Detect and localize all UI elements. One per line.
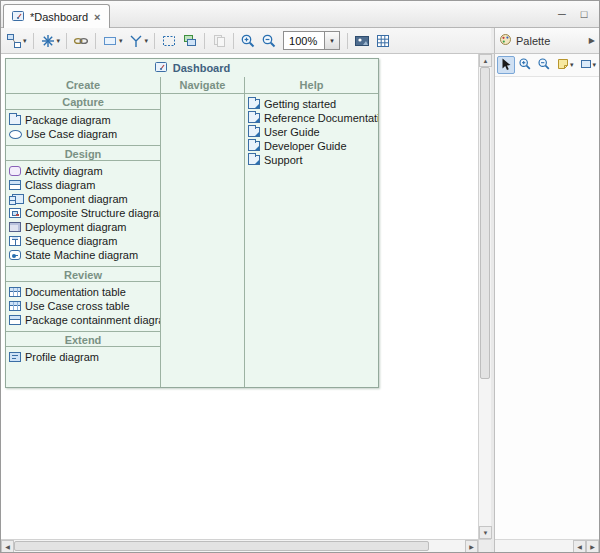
class-diagram-icon (9, 180, 21, 190)
content-area: Dashboard Create Capture Pac (1, 54, 599, 552)
use-case-diagram-icon (9, 130, 22, 139)
layers-button[interactable] (180, 30, 200, 52)
create-item-component-diagram[interactable]: Component diagram (6, 192, 160, 206)
toolbar-separator (33, 33, 34, 49)
scroll-left-icon[interactable]: ◀ (573, 540, 586, 553)
zoom-combo-arrow-icon[interactable]: ▾ (324, 32, 339, 49)
item-label: Documentation table (25, 286, 126, 298)
palette-zoom-in-tool[interactable] (516, 56, 534, 74)
palette-scrollbar[interactable]: ◀ ▶ (495, 539, 599, 552)
help-link-icon (248, 141, 260, 151)
shape-tool-icon (579, 57, 593, 73)
column-header-create: Create (6, 77, 160, 94)
zoom-in-icon (240, 33, 256, 49)
help-item-reference-documentation[interactable]: Reference Documentation (245, 111, 378, 125)
export-image-button[interactable] (352, 30, 372, 52)
connector-button[interactable]: ▾ (126, 30, 151, 52)
scroll-left-icon[interactable]: ◀ (1, 540, 14, 553)
layers-icon (182, 33, 198, 49)
top-bar: ▾ ▾ ▾ ▾ (1, 28, 599, 54)
palette-expand-icon[interactable]: ▶ (589, 36, 595, 45)
section-header-design: Design (6, 145, 160, 161)
create-item-package-containment-diagram[interactable]: Package containment diagram (6, 313, 160, 327)
chevron-down-icon[interactable]: ▾ (570, 61, 574, 69)
documentation-table-icon (9, 287, 21, 297)
copy-button (209, 30, 229, 52)
create-item-deployment-diagram[interactable]: Deployment diagram (6, 220, 160, 234)
select-tool[interactable] (497, 56, 515, 74)
scroll-right-icon[interactable]: ▶ (465, 540, 478, 553)
item-label: Reference Documentation (264, 112, 378, 124)
editor-area: Dashboard Create Capture Pac (1, 54, 491, 552)
create-item-profile-diagram[interactable]: Profile diagram (6, 350, 160, 364)
zoom-out-button[interactable] (259, 30, 279, 52)
chevron-down-icon[interactable]: ▾ (57, 37, 61, 45)
item-label: Profile diagram (25, 351, 99, 363)
create-item-use-case-cross-table[interactable]: Use Case cross table (6, 299, 160, 313)
chevron-down-icon[interactable]: ▾ (593, 61, 597, 69)
link-button[interactable] (71, 30, 91, 52)
help-item-getting-started[interactable]: Getting started (245, 97, 378, 111)
use-case-cross-table-icon (9, 301, 21, 311)
scroll-right-icon[interactable]: ▶ (586, 540, 599, 553)
create-item-class-diagram[interactable]: Class diagram (6, 178, 160, 192)
link-icon (73, 33, 89, 49)
scroll-down-icon[interactable]: ▼ (479, 526, 492, 539)
toolbar-separator (95, 33, 96, 49)
minimize-icon[interactable]: ─ (555, 7, 569, 20)
chevron-down-icon[interactable]: ▾ (145, 37, 149, 45)
shape-tool[interactable]: ▾ (577, 56, 599, 74)
new-diagram-button[interactable]: ▾ (4, 30, 29, 52)
profile-diagram-icon (9, 352, 21, 362)
chevron-down-icon[interactable]: ▾ (119, 37, 123, 45)
horizontal-scroll-track[interactable] (14, 540, 465, 552)
grid-button[interactable] (373, 30, 393, 52)
create-item-sequence-diagram[interactable]: Sequence diagram (6, 234, 160, 248)
zoom-out-icon (537, 57, 551, 73)
tab-title: *Dashboard (30, 11, 88, 23)
vertical-scroll-thumb[interactable] (480, 67, 490, 379)
help-item-support[interactable]: Support (245, 153, 378, 167)
new-diagram-icon (6, 33, 22, 49)
create-element-button[interactable]: ▾ (38, 30, 63, 52)
item-label: State Machine diagram (25, 249, 138, 261)
maximize-icon[interactable]: □ (577, 7, 591, 20)
create-item-use-case-diagram[interactable]: Use Case diagram (6, 127, 160, 141)
create-item-package-diagram[interactable]: Package diagram (6, 113, 160, 127)
help-item-developer-guide[interactable]: Developer Guide (245, 139, 378, 153)
horizontal-scroll-thumb[interactable] (14, 541, 429, 551)
create-item-composite-structure-diagram[interactable]: Composite Structure diagram (6, 206, 160, 220)
item-label: Use Case diagram (26, 128, 117, 140)
palette-body[interactable] (495, 77, 599, 539)
help-item-user-guide[interactable]: User Guide (245, 125, 378, 139)
zoom-level-value[interactable]: 100% (284, 35, 324, 47)
toolbar-separator (347, 33, 348, 49)
scroll-up-icon[interactable]: ▲ (479, 54, 492, 67)
palette-zoom-out-tool[interactable] (535, 56, 553, 74)
note-tool[interactable]: ▾ (554, 56, 576, 74)
create-item-documentation-table[interactable]: Documentation table (6, 285, 160, 299)
tab-dashboard[interactable]: *Dashboard × (3, 4, 110, 28)
marquee-icon (161, 33, 177, 49)
horizontal-scrollbar[interactable]: ◀ ▶ (1, 539, 478, 552)
diagram-canvas[interactable]: Dashboard Create Capture Pac (1, 54, 478, 539)
grid-icon (375, 33, 391, 49)
help-link-icon (248, 99, 260, 109)
vertical-scroll-track[interactable] (479, 67, 491, 526)
item-label: Class diagram (25, 179, 95, 191)
shape-button[interactable]: ▾ (100, 30, 125, 52)
tab-close-icon[interactable]: × (93, 11, 101, 23)
main-toolbar: ▾ ▾ ▾ ▾ (1, 28, 491, 53)
column-header-help: Help (245, 77, 378, 94)
dashboard-panel[interactable]: Dashboard Create Capture Pac (5, 58, 379, 388)
dashboard-column-navigate: Navigate (160, 77, 245, 387)
vertical-scrollbar[interactable]: ▲ ▼ (478, 54, 491, 539)
create-item-activity-diagram[interactable]: Activity diagram (6, 164, 160, 178)
marquee-select-button[interactable] (159, 30, 179, 52)
palette-header[interactable]: Palette ▶ (494, 28, 599, 53)
create-item-state-machine-diagram[interactable]: State Machine diagram (6, 248, 160, 262)
item-label: Sequence diagram (25, 235, 117, 247)
zoom-in-button[interactable] (238, 30, 258, 52)
zoom-level-combo[interactable]: 100% ▾ (283, 31, 340, 50)
chevron-down-icon[interactable]: ▾ (23, 37, 27, 45)
